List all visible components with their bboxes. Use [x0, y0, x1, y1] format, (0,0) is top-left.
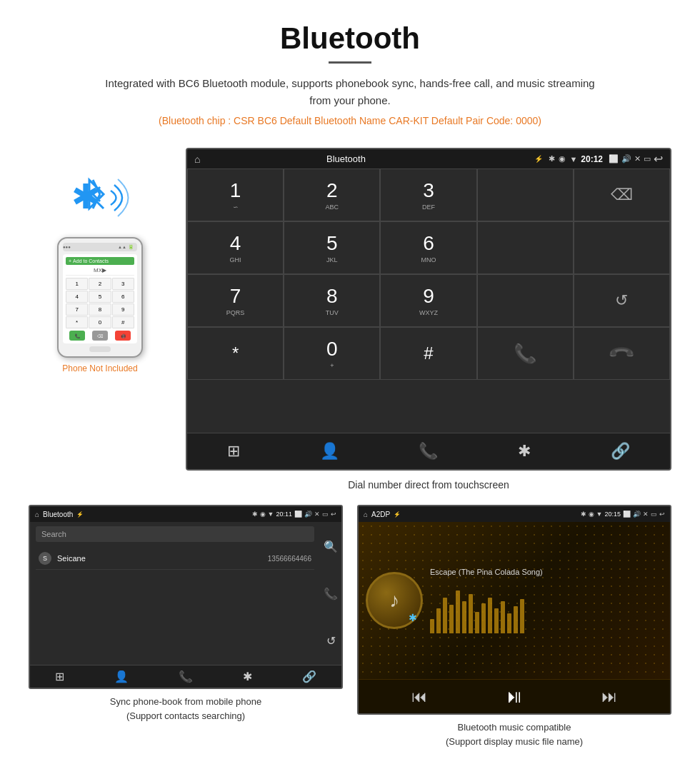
title-underline: [329, 61, 371, 64]
camera-icon[interactable]: ⬜: [609, 154, 619, 164]
dial-key-7[interactable]: 7PQRS: [187, 274, 284, 327]
phone-call-buttons: 📞 ⌫ 📵: [66, 331, 134, 341]
eq-bar-10: [488, 598, 492, 633]
back-icon[interactable]: ↩: [654, 152, 663, 166]
dial-key-0[interactable]: 0+: [284, 327, 380, 380]
dial-display-empty-2: [477, 221, 574, 274]
phone-not-included-label: Phone Not Included: [62, 363, 137, 373]
toolbar-link-icon[interactable]: 🔗: [604, 439, 637, 463]
screen-title: Bluetooth: [186, 154, 529, 164]
toolbar-apps-icon[interactable]: ⊞: [220, 439, 247, 463]
music-win-icon: ▭: [651, 511, 657, 518]
status-bar: ⌂ Bluetooth ⚡ ✱ ◉ ▼ 20:12 ⬜ 🔊 ✕ ▭ ↩: [187, 149, 670, 169]
pb-toolbar-apps[interactable]: ⊞: [55, 670, 64, 683]
page-description: Integrated with BC6 Bluetooth module, su…: [100, 75, 600, 109]
dial-green-call-key[interactable]: 📞: [477, 327, 574, 380]
phonebook-call-icon[interactable]: 📞: [324, 587, 338, 600]
dial-key-1[interactable]: 1∽: [187, 169, 284, 221]
status-right-icons-group: ⬜ 🔊 ✕ ▭ ↩: [609, 152, 663, 166]
phonebook-back-icon: ↩: [331, 511, 336, 518]
dial-key-2[interactable]: 2ABC: [284, 169, 380, 221]
dialpad-grid: 1∽ 2ABC 3DEF ⌫ 4GHI 5JKL: [187, 169, 670, 433]
phone-keypad: 1 2 3 4 5 6 7 8 9 * 0 #: [66, 278, 134, 328]
phone-mockup: ●●● ▲▲ 🔋 +Add to Contacts MX▶ 1 2 3 4 5 …: [57, 237, 143, 358]
window-icon[interactable]: ▭: [644, 154, 651, 164]
contact-row-seicane[interactable]: S Seicane 13566664466: [36, 548, 314, 570]
phone-key-hash: #: [112, 316, 134, 328]
pb-toolbar-phone[interactable]: 📞: [179, 670, 193, 683]
main-content: ✱ ●●● ▲▲ 🔋: [0, 148, 700, 505]
eq-bar-2: [436, 608, 441, 633]
eq-bar-4: [449, 605, 454, 633]
volume-icon[interactable]: 🔊: [621, 154, 631, 164]
left-side: ✱ ●●● ▲▲ 🔋: [29, 148, 171, 373]
dial-key-6[interactable]: 6MNO: [380, 221, 476, 274]
music-back-icon: ↩: [659, 511, 665, 518]
dial-key-5[interactable]: 5JKL: [284, 221, 380, 274]
next-track-icon[interactable]: ⏭: [601, 688, 617, 706]
bluetooth-icon-container: ✱: [64, 169, 136, 226]
eq-bar-1: [430, 619, 434, 633]
bluetooth-symbol-icon: ✱: [71, 176, 100, 216]
dial-display-empty-1: [477, 169, 574, 221]
dial-key-star[interactable]: *: [187, 327, 284, 380]
eq-bar-13: [507, 613, 511, 633]
phone-key-star: *: [66, 316, 88, 328]
toolbar-bluetooth-icon[interactable]: ✱: [511, 439, 538, 463]
phone-key-2: 2: [89, 278, 111, 290]
phonebook-status-right: ✱ ◉ ▼ 20:11 ⬜ 🔊 ✕ ▭ ↩: [252, 511, 336, 518]
pb-toolbar-contacts[interactable]: 👤: [114, 670, 129, 683]
phonebook-win-icon: ▭: [322, 511, 329, 518]
dial-key-8[interactable]: 8TUV: [284, 274, 380, 327]
eq-bar-3: [443, 598, 447, 633]
dial-delete-key[interactable]: ⌫: [574, 169, 670, 221]
music-usb-icon: ⚡: [394, 511, 401, 518]
status-time: 20:12: [581, 154, 603, 164]
music-content-area: ♪ ✱ Escape (The Pina Colada Song): [359, 522, 670, 679]
phonebook-close-icon: ✕: [314, 511, 320, 518]
dial-key-9[interactable]: 9WXYZ: [380, 274, 476, 327]
phonebook-action-icons: ⬜ 🔊 ✕ ▭ ↩: [294, 511, 336, 518]
dial-key-3[interactable]: 3DEF: [380, 169, 476, 221]
phone-key-1: 1: [66, 278, 88, 290]
pb-toolbar-link[interactable]: 🔗: [302, 670, 316, 683]
phonebook-search-icon[interactable]: 🔍: [324, 540, 338, 553]
eq-bar-7: [469, 594, 473, 633]
eq-bar-6: [462, 601, 466, 633]
prev-track-icon[interactable]: ⏮: [411, 688, 427, 706]
pb-toolbar-bluetooth[interactable]: ✱: [243, 670, 252, 683]
search-bar[interactable]: Search: [36, 526, 314, 542]
phonebook-bottom-toolbar: ⊞ 👤 📞 ✱ 🔗: [30, 665, 341, 688]
toolbar-contacts-icon[interactable]: 👤: [313, 439, 346, 463]
music-controls: ⏮ ⏯ ⏭: [359, 679, 670, 713]
play-pause-icon[interactable]: ⏯: [505, 685, 524, 708]
bluetooth-specs: (Bluetooth chip : CSR BC6 Default Blueto…: [14, 115, 686, 126]
dialpad-bottom-toolbar: ⊞ 👤 📞 ✱ 🔗: [187, 433, 670, 469]
car-dialpad-screen: ⌂ Bluetooth ⚡ ✱ ◉ ▼ 20:12 ⬜ 🔊 ✕ ▭ ↩: [186, 148, 671, 471]
phonebook-content: Search S Seicane 13566664466: [30, 522, 320, 665]
close-icon[interactable]: ✕: [634, 154, 641, 164]
dial-red-call-key[interactable]: 📞: [574, 327, 670, 380]
music-status-bar: ⌂ A2DP ⚡ ✱ ◉ ▼ 20:15 ⬜ 🔊 ✕ ▭ ↩: [359, 506, 670, 522]
music-time: 20:15: [604, 511, 621, 518]
music-title: A2DP: [371, 511, 390, 518]
toolbar-phone-icon[interactable]: 📞: [411, 439, 445, 463]
phone-key-6: 6: [112, 291, 134, 303]
phone-key-9: 9: [112, 303, 134, 316]
music-cam-icon: ⬜: [623, 511, 631, 518]
eq-bar-8: [475, 612, 479, 633]
phone-green-call: 📞: [69, 331, 85, 341]
dial-refresh-key[interactable]: ↺: [574, 274, 670, 327]
music-home-icon[interactable]: ⌂: [364, 511, 368, 518]
phone-key-7: 7: [66, 303, 88, 316]
phonebook-sync-icon[interactable]: ↺: [326, 634, 336, 648]
contact-number-seicane: 13566664466: [268, 555, 311, 563]
phone-top-bar: ●●● ▲▲ 🔋: [63, 243, 137, 251]
phonebook-home-icon[interactable]: ⌂: [35, 511, 39, 518]
contact-name-seicane: Seicane: [57, 554, 268, 563]
phonebook-status-bar: ⌂ Bluetooth ⚡ ✱ ◉ ▼ 20:11 ⬜ 🔊 ✕ ▭ ↩: [30, 506, 341, 522]
dial-key-4[interactable]: 4GHI: [187, 221, 284, 274]
dial-key-hash[interactable]: #: [380, 327, 476, 380]
phone-key-5: 5: [89, 291, 111, 303]
gps-icon: ◉: [559, 154, 566, 164]
